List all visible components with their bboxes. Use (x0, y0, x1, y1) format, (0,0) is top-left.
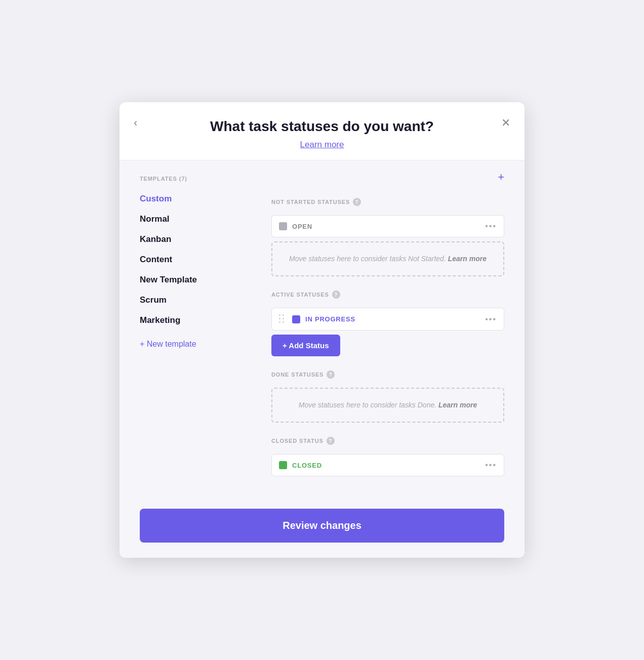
done-learn-more[interactable]: Learn more (438, 401, 477, 409)
not-started-label: NOT STARTED STATUSES ? (271, 198, 504, 206)
not-started-drop-zone: Move statuses here to consider tasks Not… (271, 241, 504, 276)
sidebar-item-custom[interactable]: Custom (140, 189, 251, 209)
active-help-icon[interactable]: ? (332, 291, 340, 299)
not-started-help-icon[interactable]: ? (353, 198, 361, 206)
closed-status-label: CLOSED (292, 462, 480, 469)
templates-sidebar: TEMPLATES (7) Custom Normal Kanban Conte… (140, 176, 251, 483)
add-status-icon-button[interactable]: + (498, 171, 504, 184)
in-progress-ellipsis[interactable]: ••• (485, 315, 497, 324)
closed-status-color (279, 461, 287, 469)
back-button[interactable]: ‹ (134, 117, 137, 129)
done-section: DONE STATUSES ? Move statuses here to co… (271, 370, 504, 423)
new-template-button[interactable]: + New template (140, 338, 196, 351)
closed-status-ellipsis[interactable]: ••• (485, 461, 497, 470)
modal-title: What task statuses do you want? (140, 118, 504, 135)
open-status-label: OPEN (292, 223, 480, 230)
done-label: DONE STATUSES ? (271, 370, 504, 379)
in-progress-label: IN PROGRESS (305, 315, 480, 323)
not-started-section: NOT STARTED STATUSES ? OPEN ••• Move sta… (271, 198, 504, 276)
closed-label: CLOSED STATUS ? (271, 437, 504, 445)
drag-handle (279, 314, 285, 324)
add-status-button[interactable]: + Add Status (271, 335, 340, 356)
task-statuses-modal: ‹ ✕ What task statuses do you want? Lear… (119, 102, 525, 558)
sidebar-item-kanban[interactable]: Kanban (140, 229, 251, 250)
sidebar-item-marketing[interactable]: Marketing (140, 310, 251, 331)
not-started-learn-more[interactable]: Learn more (448, 255, 487, 263)
review-changes-button[interactable]: Review changes (140, 509, 504, 543)
sidebar-item-content[interactable]: Content (140, 250, 251, 270)
closed-help-icon[interactable]: ? (327, 437, 335, 445)
main-content: + NOT STARTED STATUSES ? OPEN ••• Move s… (271, 176, 504, 483)
header-learn-more-link[interactable]: Learn more (300, 140, 344, 150)
sidebar-item-scrum[interactable]: Scrum (140, 290, 251, 310)
in-progress-color (292, 315, 300, 323)
open-status-row: OPEN ••• (271, 215, 504, 237)
sidebar-item-new-template[interactable]: New Template (140, 270, 251, 290)
close-button[interactable]: ✕ (501, 117, 510, 129)
open-status-color (279, 222, 287, 230)
closed-section: CLOSED STATUS ? CLOSED ••• (271, 437, 504, 476)
sidebar-item-normal[interactable]: Normal (140, 209, 251, 229)
done-drop-text: Move statuses here to consider tasks Don… (299, 401, 436, 409)
add-row: + (271, 171, 504, 184)
open-status-ellipsis[interactable]: ••• (485, 222, 497, 231)
modal-footer: Review changes (119, 499, 525, 558)
modal-body: TEMPLATES (7) Custom Normal Kanban Conte… (119, 160, 525, 499)
done-help-icon[interactable]: ? (327, 370, 335, 379)
closed-status-row: CLOSED ••• (271, 454, 504, 476)
done-drop-zone: Move statuses here to consider tasks Don… (271, 388, 504, 423)
active-section: ACTIVE STATUSES ? IN PROGRESS ••• + Add … (271, 291, 504, 356)
modal-header: ‹ ✕ What task statuses do you want? Lear… (119, 102, 525, 160)
active-label: ACTIVE STATUSES ? (271, 291, 504, 299)
not-started-drop-text: Move statuses here to consider tasks Not… (289, 255, 446, 263)
in-progress-status-row: IN PROGRESS ••• (271, 308, 504, 331)
template-list: Custom Normal Kanban Content New Templat… (140, 189, 251, 331)
templates-header: TEMPLATES (7) (140, 176, 251, 182)
